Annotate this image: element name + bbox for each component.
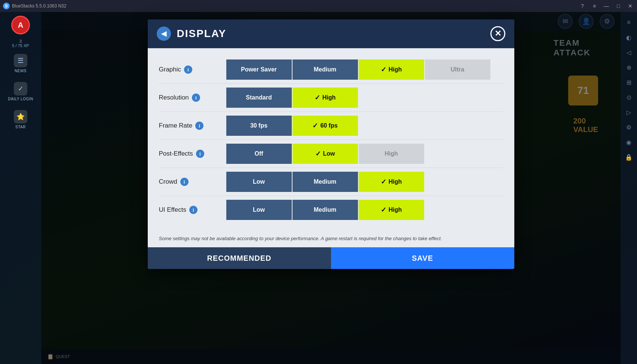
left-sidebar: A 3 5 / 75 XP ☰ NEWS ✓ DAILY LOGIN ⭐ STA… — [0, 12, 41, 364]
crowd-low-btn[interactable]: Low — [226, 172, 292, 192]
xp-display: 3 5 / 75 XP — [12, 39, 29, 48]
crowd-high-btn[interactable]: ✓ High — [359, 172, 424, 192]
post-effects-options: Off ✓ Low High — [226, 144, 503, 164]
graphic-power-saver-btn[interactable]: Power Saver — [226, 59, 292, 80]
resolution-row: Resolution i Standard ✓ High — [159, 84, 503, 112]
sidebar-item-daily-login[interactable]: ✓ DAILY LOGIN — [6, 79, 36, 104]
right-icon-9[interactable]: ◉ — [622, 135, 636, 149]
graphic-info-icon[interactable]: i — [184, 65, 192, 74]
back-button[interactable]: ◀ — [157, 27, 171, 41]
resolution-high-btn[interactable]: ✓ High — [293, 88, 358, 108]
sidebar-item-star[interactable]: ⭐ STAR — [6, 107, 36, 132]
display-settings-modal: ◀ DISPLAY ✕ Graphic i Power Saver — [148, 19, 514, 269]
titlebar: B BlueStacks 5.5.0.1063 N32 ? ≡ — □ ✕ — [0, 0, 637, 12]
titlebar-menu[interactable]: ≡ — [591, 2, 598, 10]
frame-rate-info-icon[interactable]: i — [195, 122, 203, 130]
sidebar-item-news-label: NEWS — [15, 69, 27, 73]
crowd-medium-btn[interactable]: Medium — [293, 172, 358, 192]
frame-rate-60-check-icon: ✓ — [312, 122, 318, 130]
ui-effects-row: UI Effects i Low Medium ✓ High — [159, 196, 503, 224]
post-effects-label: Post-Effects i — [159, 150, 226, 158]
frame-rate-60-btn[interactable]: ✓ 60 fps — [293, 116, 358, 136]
graphic-high-check-icon: ✓ — [381, 65, 386, 74]
right-icon-4[interactable]: ⊕ — [622, 61, 636, 74]
save-button[interactable]: SAVE — [331, 247, 514, 269]
post-effects-high-btn[interactable]: High — [359, 144, 424, 164]
graphic-ultra-btn[interactable]: Ultra — [425, 59, 490, 80]
graphic-high-btn[interactable]: ✓ High — [359, 59, 424, 80]
ui-effects-low-btn[interactable]: Low — [226, 200, 292, 220]
modal-body: Graphic i Power Saver Medium ✓ High — [148, 48, 514, 231]
close-icon: ✕ — [494, 29, 501, 39]
post-effects-row: Post-Effects i Off ✓ Low High — [159, 140, 503, 168]
frame-rate-30-btn[interactable]: 30 fps — [226, 116, 292, 136]
back-icon: ◀ — [161, 30, 166, 38]
star-icon: ⭐ — [14, 110, 27, 123]
resolution-label: Resolution i — [159, 94, 226, 102]
graphic-label: Graphic i — [159, 65, 226, 74]
modal-close-button[interactable]: ✕ — [490, 26, 505, 41]
titlebar-help[interactable]: ? — [579, 2, 586, 10]
right-icon-lock[interactable]: 🔒 — [622, 150, 636, 164]
crowd-options: Low Medium ✓ High — [226, 172, 503, 192]
frame-rate-options: 30 fps ✓ 60 fps — [226, 116, 503, 136]
frame-rate-label: Frame Rate i — [159, 122, 226, 130]
titlebar-maximize[interactable]: □ — [615, 2, 622, 10]
graphic-medium-btn[interactable]: Medium — [293, 59, 358, 80]
post-effects-low-check-icon: ✓ — [315, 150, 321, 158]
sidebar-item-star-label: STAR — [15, 125, 26, 129]
crowd-high-check-icon: ✓ — [381, 178, 386, 186]
bluestacks-logo: B — [3, 3, 10, 9]
right-icon-6[interactable]: ⊙ — [622, 91, 636, 104]
news-icon: ☰ — [14, 54, 27, 67]
crowd-label: Crowd i — [159, 178, 226, 186]
right-icon-1[interactable]: ≡ — [622, 16, 636, 29]
ui-effects-info-icon[interactable]: i — [189, 206, 197, 214]
resolution-standard-btn[interactable]: Standard — [226, 88, 292, 108]
post-effects-low-btn[interactable]: ✓ Low — [293, 144, 358, 164]
titlebar-controls: ? ≡ — □ ✕ — [579, 2, 634, 10]
right-icon-5[interactable]: ⊞ — [622, 76, 636, 89]
titlebar-minimize[interactable]: — — [603, 2, 610, 10]
right-icon-7[interactable]: ▷ — [622, 105, 636, 119]
right-icon-3[interactable]: ◁ — [622, 46, 636, 59]
ui-effects-options: Low Medium ✓ High — [226, 200, 503, 220]
settings-note: Some settings may not be available accor… — [148, 231, 514, 247]
post-effects-info-icon[interactable]: i — [196, 150, 204, 158]
right-icon-2[interactable]: ◐ — [622, 31, 636, 44]
modal-title: DISPLAY — [177, 28, 484, 40]
resolution-info-icon[interactable]: i — [192, 94, 200, 102]
ui-effects-high-btn[interactable]: ✓ High — [359, 200, 424, 220]
right-sidebar: ≡ ◐ ◁ ⊕ ⊞ ⊙ ▷ ⚙ ◉ 🔒 — [621, 12, 637, 364]
ui-effects-high-check-icon: ✓ — [381, 206, 386, 214]
resolution-high-check-icon: ✓ — [315, 94, 320, 102]
crowd-info-icon[interactable]: i — [180, 178, 189, 186]
right-icon-8[interactable]: ⚙ — [622, 120, 636, 134]
titlebar-close[interactable]: ✕ — [627, 2, 634, 10]
game-logo: A — [11, 16, 30, 34]
ui-effects-medium-btn[interactable]: Medium — [293, 200, 358, 220]
post-effects-off-btn[interactable]: Off — [226, 144, 292, 164]
daily-login-icon: ✓ — [14, 82, 27, 95]
resolution-options: Standard ✓ High — [226, 88, 503, 108]
sidebar-item-news[interactable]: ☰ NEWS — [6, 51, 36, 76]
modal-footer: RECOMMENDED SAVE — [148, 247, 514, 269]
modal-header: ◀ DISPLAY ✕ — [148, 19, 514, 48]
crowd-row: Crowd i Low Medium ✓ High — [159, 168, 503, 196]
sidebar-item-daily-login-label: DAILY LOGIN — [8, 97, 33, 101]
ui-effects-label: UI Effects i — [159, 206, 226, 214]
graphic-row: Graphic i Power Saver Medium ✓ High — [159, 56, 503, 84]
graphic-options: Power Saver Medium ✓ High Ultra — [226, 59, 503, 80]
frame-rate-row: Frame Rate i 30 fps ✓ 60 fps — [159, 112, 503, 140]
modal-overlay: ◀ DISPLAY ✕ Graphic i Power Saver — [41, 12, 621, 364]
titlebar-title: BlueStacks 5.5.0.1063 N32 — [12, 3, 66, 9]
recommended-button[interactable]: RECOMMENDED — [148, 247, 331, 269]
